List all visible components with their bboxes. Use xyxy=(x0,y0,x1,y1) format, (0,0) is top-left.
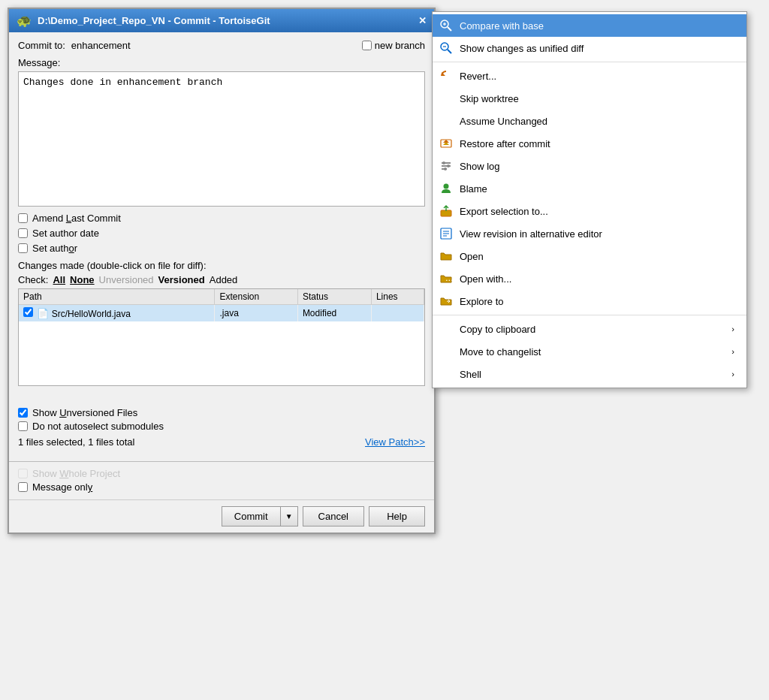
menu-label-compare-base: Compare with base xyxy=(460,20,734,32)
copy-clipboard-icon xyxy=(439,321,454,336)
menu-item-assume-unchanged[interactable]: Assume Unchanged xyxy=(433,110,746,132)
svg-point-12 xyxy=(442,161,445,164)
menu-label-unified-diff: Show changes as unified diff xyxy=(460,43,734,54)
show-log-icon xyxy=(439,158,454,173)
show-whole-row: Show Whole Project xyxy=(18,468,425,479)
commit-to-row: Commit to: enhancement new branch xyxy=(18,40,425,51)
shell-icon xyxy=(439,367,454,382)
menu-item-open[interactable]: Open xyxy=(433,245,746,267)
assume-unchanged-icon xyxy=(439,113,454,128)
check-all-link[interactable]: All xyxy=(53,274,65,285)
no-autoselect-checkbox[interactable] xyxy=(18,421,28,431)
no-autoselect-label: Do not autoselect submodules xyxy=(32,421,164,432)
lower-options: Show Whole Project Message only xyxy=(9,468,434,499)
show-whole-checkbox xyxy=(18,469,28,478)
table-header-row: Path Extension Status Lines xyxy=(19,289,424,305)
menu-item-explore[interactable]: Explore to xyxy=(433,290,746,312)
separator-2 xyxy=(433,315,746,315)
status-bar: 1 files selected, 1 files total View Pat… xyxy=(18,436,425,448)
col-status: Status xyxy=(297,289,371,305)
message-textarea[interactable]: Changes done in enhancement branch xyxy=(18,71,425,207)
menu-item-skip-worktree[interactable]: Skip worktree xyxy=(433,87,746,110)
view-revision-icon xyxy=(439,226,454,241)
svg-line-5 xyxy=(448,50,451,53)
svg-text:...: ... xyxy=(445,272,453,283)
move-changelist-icon xyxy=(439,344,454,359)
col-lines: Lines xyxy=(371,289,424,305)
amend-checkbox[interactable] xyxy=(18,213,28,223)
svg-point-15 xyxy=(444,184,449,189)
table-row[interactable]: 📄 Src/HelloWorld.java .java Modified xyxy=(19,305,424,322)
menu-item-move-changelist[interactable]: Move to changelist › xyxy=(433,340,746,363)
menu-item-revert[interactable]: Revert... xyxy=(433,65,746,87)
author-date-label: Set author date xyxy=(32,228,99,239)
menu-label-assume-unchanged: Assume Unchanged xyxy=(460,116,734,127)
menu-item-unified-diff[interactable]: Show changes as unified diff xyxy=(433,37,746,59)
blame-icon xyxy=(439,181,454,196)
view-patch-link[interactable]: View Patch>> xyxy=(365,436,425,448)
row-extension: .java xyxy=(215,305,297,322)
svg-rect-16 xyxy=(441,210,451,216)
menu-item-show-log[interactable]: Show log xyxy=(433,155,746,177)
svg-point-13 xyxy=(447,164,450,167)
menu-label-export: Export selection to... xyxy=(460,206,734,217)
new-branch-group: new branch xyxy=(362,40,425,51)
new-branch-checkbox[interactable] xyxy=(362,41,372,50)
file-table: Path Extension Status Lines 📄 Src/HelloW… xyxy=(18,288,425,386)
export-icon xyxy=(439,204,454,219)
check-versioned[interactable]: Versioned xyxy=(158,274,205,285)
amend-label: Amend Last Commit xyxy=(32,213,121,224)
show-unversioned-row: Show Unversioned Files xyxy=(18,407,425,418)
menu-item-open-with[interactable]: ... Open with... xyxy=(433,267,746,290)
menu-label-restore-commit: Restore after commit xyxy=(460,138,734,149)
main-window: 🐢 D:\Demo_Project_Repo_VN - Commit - Tor… xyxy=(8,8,436,534)
row-checkbox[interactable] xyxy=(23,307,33,317)
message-only-checkbox[interactable] xyxy=(18,482,28,492)
check-unversioned[interactable]: Unversioned xyxy=(99,274,154,285)
svg-line-1 xyxy=(448,27,451,31)
show-unversioned-checkbox[interactable] xyxy=(18,408,28,418)
files-info: 1 files selected, 1 files total xyxy=(18,436,134,448)
cancel-button[interactable]: Cancel xyxy=(303,506,364,527)
compare-base-icon xyxy=(439,18,454,33)
changes-label: Changes made (double-click on file for d… xyxy=(18,260,425,271)
menu-item-copy-clipboard[interactable]: Copy to clipboard › xyxy=(433,318,746,340)
commit-button-group: Commit ▼ xyxy=(222,506,298,527)
col-path: Path xyxy=(19,289,215,305)
close-button[interactable]: ✕ xyxy=(418,15,427,26)
menu-item-restore-commit[interactable]: Restore after commit xyxy=(433,132,746,155)
open-icon xyxy=(439,249,454,264)
shell-arrow: › xyxy=(731,370,734,379)
title-bar: 🐢 D:\Demo_Project_Repo_VN - Commit - Tor… xyxy=(9,9,434,32)
menu-item-blame[interactable]: Blame xyxy=(433,177,746,200)
menu-label-move-changelist: Move to changelist xyxy=(460,346,725,358)
message-section-label: Message: xyxy=(18,57,425,68)
menu-item-export[interactable]: Export selection to... xyxy=(433,200,746,222)
changelist-arrow: › xyxy=(731,347,734,356)
new-branch-label: new branch xyxy=(375,40,425,51)
row-lines xyxy=(371,305,424,322)
set-author-checkbox[interactable] xyxy=(18,243,28,253)
author-date-checkbox[interactable] xyxy=(18,228,28,238)
menu-item-view-revision[interactable]: View revision in alternative editor xyxy=(433,222,746,245)
commit-to-label: Commit to: xyxy=(18,40,65,51)
branch-name: enhancement xyxy=(71,40,131,51)
help-button[interactable]: Help xyxy=(369,506,425,527)
check-none-link[interactable]: None xyxy=(70,274,95,285)
menu-item-compare-base[interactable]: Compare with base xyxy=(433,14,746,37)
window-title: D:\Demo_Project_Repo_VN - Commit - Torto… xyxy=(38,15,270,26)
commit-button[interactable]: Commit xyxy=(222,506,280,527)
bottom-options: Show Unversioned Files Do not autoselect… xyxy=(18,407,425,432)
menu-label-copy-clipboard: Copy to clipboard xyxy=(460,324,725,335)
skip-worktree-icon xyxy=(439,91,454,106)
row-icon: 📄 xyxy=(37,308,49,319)
check-added[interactable]: Added xyxy=(210,274,238,285)
context-menu: Compare with base Show changes as unifie… xyxy=(432,11,747,388)
menu-label-blame: Blame xyxy=(460,183,734,195)
menu-item-shell[interactable]: Shell › xyxy=(433,363,746,385)
commit-dropdown-button[interactable]: ▼ xyxy=(280,506,298,527)
check-row: Check: All None Unversioned Versioned Ad… xyxy=(18,274,425,285)
menu-label-view-revision: View revision in alternative editor xyxy=(460,228,734,240)
check-label: Check: xyxy=(18,274,48,285)
show-unversioned-label: Show Unversioned Files xyxy=(32,407,137,418)
